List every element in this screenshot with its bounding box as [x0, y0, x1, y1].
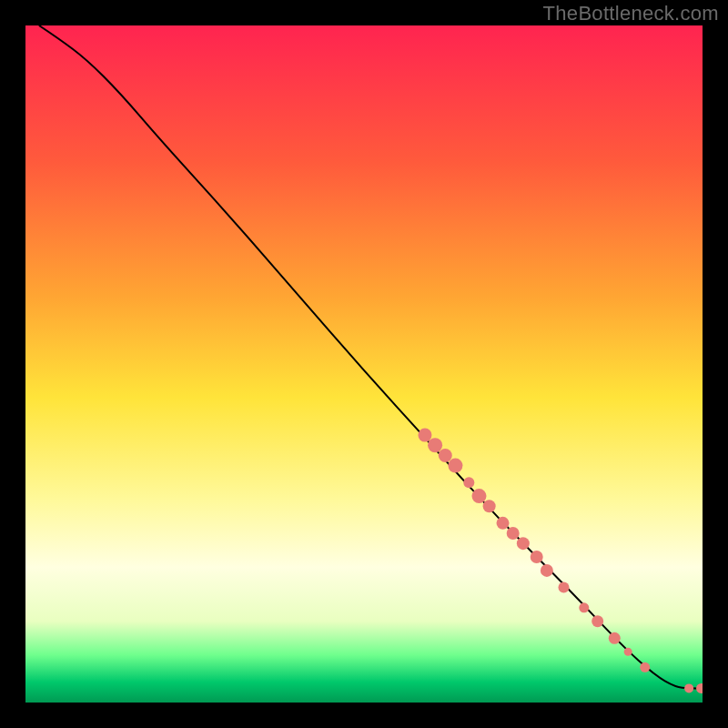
data-point: [541, 564, 553, 577]
plot-area: [25, 25, 703, 703]
data-point: [507, 527, 520, 540]
data-point: [579, 602, 589, 612]
watermark-text: TheBottleneck.com: [543, 2, 719, 25]
data-point: [640, 662, 650, 672]
data-point: [463, 477, 474, 488]
data-point: [428, 438, 442, 452]
data-point: [497, 517, 510, 530]
data-point: [483, 500, 496, 512]
data-point: [609, 632, 621, 644]
data-point: [592, 615, 603, 627]
data-point: [418, 429, 431, 442]
data-point: [471, 489, 486, 503]
data-point: [439, 449, 452, 462]
gradient-background: [25, 25, 703, 703]
data-point: [517, 537, 530, 550]
data-point: [531, 551, 543, 563]
data-point: [624, 648, 632, 656]
data-point: [684, 683, 693, 693]
data-point: [448, 459, 462, 473]
chart-svg: [25, 25, 703, 703]
chart-container: TheBottleneck.com: [0, 0, 728, 728]
data-point: [558, 582, 569, 593]
